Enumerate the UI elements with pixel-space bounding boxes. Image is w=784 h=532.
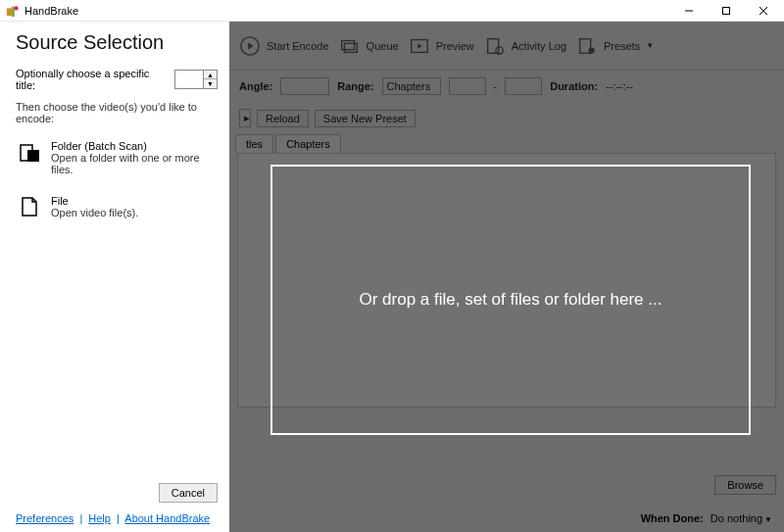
- close-button[interactable]: [745, 1, 782, 20]
- svg-rect-0: [7, 8, 12, 16]
- handbrake-app-icon: [6, 4, 20, 18]
- preset-expander[interactable]: ▸: [239, 109, 251, 127]
- tab-subtitles[interactable]: tles: [235, 134, 273, 153]
- queue-label: Queue: [367, 40, 399, 52]
- title-prompt: Optionally choose a specific title:: [16, 68, 169, 91]
- file-label: File: [51, 195, 138, 207]
- range-from[interactable]: [449, 77, 486, 95]
- bg-source-row: Angle: Range: Chapters - Duration: --:--…: [229, 71, 784, 102]
- title-spinner-input[interactable]: [175, 71, 203, 88]
- angle-label: Angle:: [239, 80, 272, 92]
- duration-value: --:--:--: [606, 80, 633, 92]
- start-encode-button[interactable]: Start Encode: [239, 35, 329, 57]
- angle-select[interactable]: [280, 77, 329, 95]
- duration-label: Duration:: [550, 80, 598, 92]
- reload-button[interactable]: Reload: [257, 110, 309, 127]
- svg-point-14: [588, 47, 594, 53]
- cancel-button[interactable]: Cancel: [159, 483, 218, 503]
- footer-links: Preferences | Help | About HandBrake: [16, 512, 218, 524]
- spinner-down[interactable]: ▼: [204, 79, 217, 88]
- spinner-up[interactable]: ▲: [204, 71, 217, 79]
- preview-button[interactable]: Preview: [409, 35, 474, 57]
- activity-log-label: Activity Log: [512, 40, 566, 52]
- presets-button[interactable]: Presets ▼: [576, 35, 654, 57]
- svg-point-12: [496, 46, 503, 53]
- chevron-down-icon: ▼: [764, 515, 772, 524]
- folder-icon: [18, 140, 41, 164]
- help-link[interactable]: Help: [88, 512, 111, 524]
- range-to[interactable]: [505, 77, 542, 95]
- when-done-label: When Done:: [641, 512, 704, 524]
- app-title: HandBrake: [24, 5, 78, 17]
- source-selection-panel: Source Selection Optionally choose a spe…: [0, 22, 229, 532]
- queue-button[interactable]: Queue: [339, 35, 399, 57]
- activity-log-icon: [484, 35, 506, 57]
- svg-rect-9: [344, 43, 357, 52]
- range-select[interactable]: Chapters: [382, 77, 441, 95]
- svg-point-2: [14, 6, 18, 10]
- about-link[interactable]: About HandBrake: [124, 512, 210, 524]
- activity-log-button[interactable]: Activity Log: [484, 35, 566, 57]
- titlebar: HandBrake: [0, 0, 784, 22]
- start-encode-label: Start Encode: [267, 40, 329, 52]
- sub-prompt: Then choose the video(s) you'd like to e…: [16, 101, 218, 124]
- range-sep: -: [494, 80, 498, 92]
- file-icon: [18, 195, 41, 218]
- queue-icon: [339, 35, 361, 57]
- presets-label: Presets: [604, 40, 640, 52]
- file-desc: Open video file(s).: [51, 207, 138, 218]
- tab-chapters[interactable]: Chapters: [275, 134, 341, 153]
- open-file-item[interactable]: File Open video file(s).: [18, 195, 218, 218]
- open-folder-item[interactable]: Folder (Batch Scan) Open a folder with o…: [18, 140, 218, 175]
- bg-tabs: tles Chapters: [229, 134, 784, 153]
- svg-rect-4: [723, 7, 730, 14]
- file-dropzone[interactable]: Or drop a file, set of files or folder h…: [270, 165, 751, 435]
- minimize-button[interactable]: [670, 1, 708, 20]
- maximize-button[interactable]: [708, 1, 745, 20]
- preview-label: Preview: [436, 40, 474, 52]
- bg-toolbar: Start Encode Queue Preview Activity Log …: [229, 22, 784, 71]
- play-icon: [239, 35, 261, 57]
- dropzone-text: Or drop a file, set of files or folder h…: [360, 290, 662, 310]
- when-done-select[interactable]: Do nothing▼: [710, 512, 772, 524]
- svg-rect-11: [487, 38, 498, 53]
- chevron-down-icon: ▼: [646, 41, 654, 50]
- preferences-link[interactable]: Preferences: [16, 512, 74, 524]
- folder-label: Folder (Batch Scan): [51, 140, 218, 152]
- presets-icon: [576, 35, 598, 57]
- folder-desc: Open a folder with one or more files.: [51, 152, 218, 175]
- bg-preset-row: ▸ Reload Save New Preset: [229, 102, 784, 134]
- range-label: Range:: [337, 80, 373, 92]
- preview-icon: [409, 35, 430, 57]
- svg-rect-16: [27, 150, 39, 162]
- title-spinner[interactable]: ▲ ▼: [174, 70, 218, 89]
- svg-rect-8: [341, 40, 354, 49]
- panel-title: Source Selection: [16, 31, 218, 54]
- save-new-preset-button[interactable]: Save New Preset: [315, 110, 416, 127]
- browse-button[interactable]: Browse: [714, 475, 776, 495]
